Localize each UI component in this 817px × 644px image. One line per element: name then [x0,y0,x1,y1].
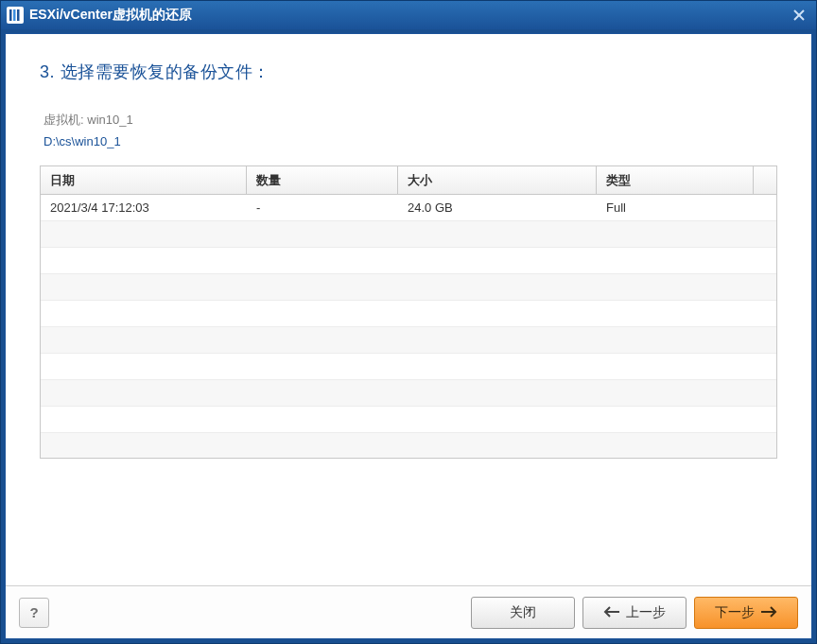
vm-info: 虚拟机: win10_1 [40,112,777,129]
svg-rect-1 [13,9,16,21]
arrow-right-icon [760,605,777,620]
table-cell: 2021/3/4 17:12:03 [41,200,247,215]
help-button[interactable]: ? [19,598,49,628]
col-header-type[interactable]: 类型 [597,166,754,194]
table-row-empty [41,327,776,354]
col-header-size[interactable]: 大小 [398,166,597,194]
col-header-date[interactable]: 日期 [41,166,247,194]
content-area: 3. 选择需要恢复的备份文件： 虚拟机: win10_1 D:\cs\win10… [6,34,811,585]
close-button-label: 关闭 [510,604,536,621]
svg-rect-0 [9,9,12,21]
table-row-empty [41,407,776,433]
restore-wizard-window: ESXi/vCenter虚拟机的还原 3. 选择需要恢复的备份文件： 虚拟机: … [0,0,817,644]
table-cell: Full [597,200,754,215]
next-button-label: 下一步 [715,604,755,621]
table-cell: 24.0 GB [398,200,597,215]
backup-table: 日期 数量 大小 类型 2021/3/4 17:12:03-24.0 GBFul… [40,165,777,459]
table-row-empty [41,248,776,274]
back-button-label: 上一步 [626,604,666,621]
window-title: ESXi/vCenter虚拟机的还原 [29,7,788,24]
vm-name: win10_1 [87,113,132,127]
next-button[interactable]: 下一步 [694,597,798,629]
table-body[interactable]: 2021/3/4 17:12:03-24.0 GBFull [41,195,776,458]
table-row-empty [41,301,776,327]
col-header-qty[interactable]: 数量 [247,166,398,194]
step-heading: 3. 选择需要恢复的备份文件： [40,61,777,83]
table-row-empty [41,221,776,248]
app-icon [7,7,24,24]
table-row-empty [41,354,776,380]
close-button[interactable]: 关闭 [471,597,575,629]
table-header: 日期 数量 大小 类型 [41,166,776,195]
table-row-empty [41,380,776,407]
wizard-footer: ? 关闭 上一步 下一步 [6,585,811,638]
table-row-empty [41,433,776,458]
titlebar[interactable]: ESXi/vCenter虚拟机的还原 [1,1,816,29]
close-icon[interactable] [788,5,810,26]
table-row[interactable]: 2021/3/4 17:12:03-24.0 GBFull [41,195,776,221]
table-row-empty [41,274,776,301]
help-icon: ? [29,604,38,620]
col-header-tail [754,166,776,194]
arrow-left-icon [603,605,620,620]
back-button[interactable]: 上一步 [582,597,687,629]
table-cell: - [247,200,398,215]
client-area: 3. 选择需要恢复的备份文件： 虚拟机: win10_1 D:\cs\win10… [5,33,812,639]
backup-path: D:\cs\win10_1 [40,134,777,148]
vm-label: 虚拟机: [43,113,84,127]
svg-rect-2 [17,9,20,21]
